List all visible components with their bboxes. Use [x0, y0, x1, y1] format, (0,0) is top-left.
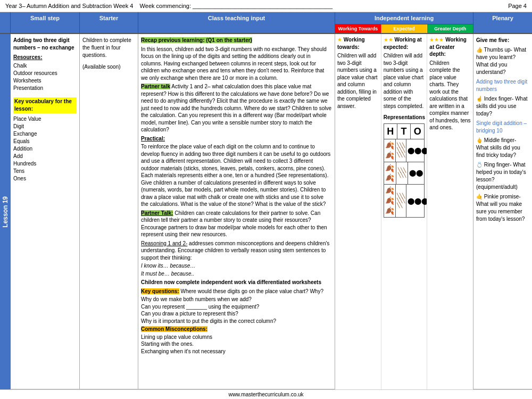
wt-header: Working Towards	[335, 24, 381, 33]
indep-sub-row: Working Towards Expected Greater Depth	[335, 24, 473, 33]
vocab-label: Key vocabulary for the lesson:	[13, 97, 77, 113]
page-footer: www.masterthecurriculum.co.uk	[0, 389, 532, 399]
small-step-col-header: Small step	[11, 12, 80, 33]
hto-row3: 🍂🍂🍂 ╲╲╲╲╲╲╲╲ ⬤⬤⬤	[384, 185, 425, 217]
wt-header-stars: ★ Working towards:	[337, 36, 379, 51]
small-step-col: Adding two three digit numbers – no exch…	[11, 34, 80, 389]
plenary-col-header: Plenary	[473, 12, 532, 33]
teaching-col: Recap previous learning: (Q1 on the star…	[138, 34, 335, 389]
o-header: O	[411, 124, 424, 139]
vocab-list: Place Value Digit Exchange Equals Additi…	[13, 115, 77, 182]
starter-col: Children to complete the fluent in four …	[80, 34, 138, 389]
pinkie-row: 🤙 Pinkie promise- What will you make sur…	[476, 193, 529, 223]
page-header: Year 3– Autumn Addition and Subtraction …	[0, 0, 532, 12]
pt1-label: Partner talk	[141, 84, 170, 89]
hto-r2-o: ⬤⬤	[408, 162, 424, 185]
ring-row: 💍 Ring finger- What helped you in today'…	[476, 161, 529, 191]
key-q3: Can you represent _______ using the equi…	[141, 303, 332, 311]
header-left: Year 3– Autumn Addition and Subtraction …	[5, 3, 332, 9]
gd-col: ★★★ Working at Greater depth: Children c…	[427, 34, 473, 389]
exp-header: Expected	[381, 24, 428, 33]
hto-r1-o: ⬤⬤⬤	[406, 139, 428, 162]
starter-col-header: Starter	[80, 12, 138, 33]
key-q5: Why is it important to put the digits in…	[141, 318, 332, 325]
resources-list: Chalk Outdoor resources Worksheets Prese…	[13, 62, 77, 92]
key-q-label: Key questions:	[141, 288, 179, 294]
hto-r1-h: 🍂🍂	[384, 139, 396, 162]
footer-text: www.masterthecurriculum.co.uk	[228, 392, 303, 397]
recap-label: Recap previous learning: (Q1 on the star…	[141, 37, 252, 43]
data-row: Lesson 19 Adding two three digit numbers…	[0, 33, 532, 389]
exp-col: ★★ Working at expected: Children will ad…	[381, 34, 428, 389]
hto-row1: 🍂🍂 ╲╲╲╲╲╲╲╲╲ ⬤⬤⬤	[384, 139, 425, 162]
hto-header-row: H T O	[384, 124, 425, 139]
hto-r3-o: ⬤⬤⬤	[406, 185, 428, 217]
hto-grid: H T O 🍂🍂 ╲╲╲╲╲╲╲╲╲ ⬤⬤⬤	[384, 123, 425, 218]
plenary-link2[interactable]: Single digit addition – bridging 10	[476, 120, 529, 135]
lesson-label-col: Lesson 19	[0, 34, 11, 389]
header-week: Week commencing: _______________________…	[140, 3, 333, 9]
misconceptions: Common Misconceptions:	[141, 326, 332, 333]
hto-r2-t: ╲╲╲╲╲╲	[396, 162, 409, 185]
hto-r3-h: 🍂🍂🍂	[384, 185, 396, 217]
plenary-col: Give me five: 👍 Thumbs up- What have you…	[473, 34, 532, 389]
pt1-text: Activity 1 and 2– what calculation does …	[141, 84, 331, 132]
wt-col: ★ Working towards: Children will add two…	[335, 34, 381, 389]
practical-label: Practical:	[141, 136, 165, 142]
resources-label: Resources:	[13, 54, 77, 61]
stem1: I know its… because…	[141, 262, 332, 270]
h-header: H	[384, 124, 397, 139]
indep-col-group: Independent learning Working Towards Exp…	[335, 12, 473, 33]
practical-row: Practical:	[141, 135, 332, 143]
index-row: ☝ Index finger- What skills did you use …	[476, 95, 529, 118]
small-step-title: Adding two three digit numbers – no exch…	[13, 37, 77, 52]
hto-row2: 🍂🍂 ╲╲╲╲╲╲ ⬤⬤	[384, 162, 425, 185]
pt2-label: Partner Talk:	[141, 210, 173, 216]
indep-section: ★ Working towards: Children will add two…	[335, 34, 473, 389]
para1: In this lesson, children add two 3-digit…	[141, 46, 332, 82]
wt-text: Children will add two 3-digit numbers us…	[337, 52, 379, 110]
gd-header-stars: ★★★ Working at Greater depth:	[429, 36, 471, 58]
misconceptions-list: Lining up place value columns Starting w…	[141, 334, 332, 355]
indep-col-header: Independent learning	[335, 12, 473, 24]
hto-r2-h: 🍂🍂	[384, 162, 396, 185]
recap-row: Recap previous learning: (Q1 on the star…	[141, 37, 332, 44]
thumbs-row: 👍 Thumbs up- What have you learnt? What …	[476, 46, 529, 76]
representations-label: Representations	[384, 114, 425, 121]
worksheets-text: Children now complete independent work v…	[141, 279, 332, 286]
plenary-link1[interactable]: Adding two three digit numbers	[476, 78, 529, 93]
header-row-1: Small step Starter Class teaching input …	[0, 12, 532, 33]
stem2: It must be… because..	[141, 270, 332, 278]
teaching-col-header: Class teaching input	[138, 12, 335, 33]
starter-text: Children to complete the fluent in four …	[82, 37, 135, 59]
header-title: Year 3– Autumn Addition and Subtraction …	[5, 3, 133, 9]
reasoning-label: Reasoning 1 and 2-	[141, 240, 187, 246]
lesson-label: Lesson 19	[2, 196, 9, 228]
reasoning-row: Reasoning 1 and 2- addresses common misc…	[141, 240, 332, 262]
exp-header-stars: ★★ Working at expected:	[384, 36, 425, 51]
hto-r3-t: ╲╲╲╲╲╲╲╲	[396, 185, 406, 217]
give-five: Give me five:	[476, 37, 529, 44]
root: Year 3– Autumn Addition and Subtraction …	[0, 0, 532, 399]
key-q2: Why do we make both numbers when we add?	[141, 296, 332, 303]
key-q4: Can you draw a picture to represent this…	[141, 310, 332, 318]
middle-row: 🖕 Middle finger- What skills did you fin…	[476, 137, 529, 159]
misconceptions-label: Common Misconceptions:	[141, 326, 207, 332]
gd-header: Greater Depth	[427, 24, 473, 33]
lesson-header-spacer	[0, 12, 11, 33]
hto-r1-t: ╲╲╲╲╲╲╲╲╲	[396, 139, 406, 162]
key-q: Key questions: Where would these digits …	[141, 288, 332, 295]
exp-text: Children will add two 3-digit numbers us…	[384, 52, 425, 110]
para2: To reinforce the place value of each dig…	[141, 143, 332, 208]
partner-2: Partner Talk: Children can create calcul…	[141, 210, 332, 238]
header-page: Page 4	[508, 3, 527, 9]
partner-1: Partner talk Activity 1 and 2– what calc…	[141, 83, 332, 134]
t-header: T	[397, 124, 411, 139]
starter-note: (Available soon)	[82, 63, 135, 71]
key-q-text: Where would these digits go on the place…	[179, 288, 323, 294]
gd-text: Children complete the place value charts…	[429, 60, 471, 131]
